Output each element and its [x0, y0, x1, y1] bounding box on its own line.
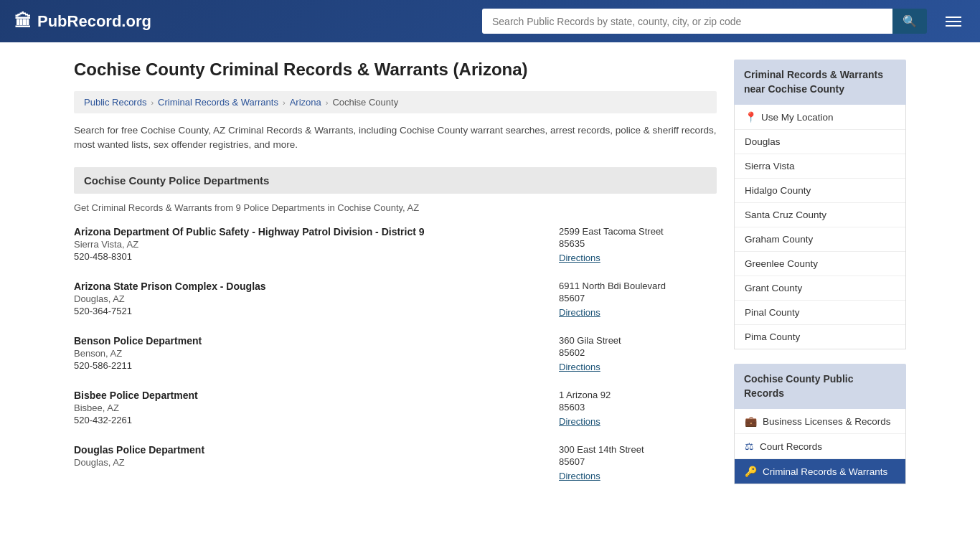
department-entry: Douglas Police Department Douglas, AZ 30… — [74, 444, 717, 484]
location-icon: 📍 — [745, 111, 757, 123]
logo-text: PubRecord.org — [37, 12, 151, 31]
sidebar-nearby-item: Grant County — [735, 276, 905, 301]
page-description: Search for free Cochise County, AZ Crimi… — [74, 123, 717, 153]
search-input[interactable] — [482, 9, 892, 34]
dept-phone: 520-458-8301 — [74, 251, 537, 262]
sidebar-nearby-item: Douglas — [735, 130, 905, 154]
header: 🏛 PubRecord.org 🔍 — [0, 0, 980, 42]
sep-3: › — [326, 98, 329, 107]
nearby-link[interactable]: Santa Cruz County — [735, 203, 905, 227]
dept-phone: 520-586-2211 — [74, 360, 537, 371]
menu-button[interactable] — [941, 12, 966, 31]
department-entry: Benson Police Department Benson, AZ 520-… — [74, 335, 717, 375]
sidebar-nearby-item: Sierra Vista — [735, 154, 905, 179]
breadcrumb-arizona[interactable]: Arizona — [290, 97, 321, 108]
sidebar-pubrecords-title: Cochise County Public Records — [734, 364, 906, 409]
sidebar: Criminal Records & Warrants near Cochise… — [734, 60, 906, 499]
menu-bar-3 — [946, 25, 961, 27]
dept-name: Benson Police Department — [74, 335, 537, 347]
directions-link[interactable]: Directions — [559, 416, 600, 427]
pubrecords-icon: 🔑 — [745, 466, 757, 477]
dept-zip: 85607 — [559, 293, 717, 303]
search-container: 🔍 — [482, 9, 927, 34]
sep-2: › — [283, 98, 286, 107]
search-button[interactable]: 🔍 — [892, 9, 927, 34]
pubrecords-icon: ⚖ — [745, 441, 754, 452]
sidebar-nearby-item: Graham County — [735, 227, 905, 252]
page-title: Cochise County Criminal Records & Warran… — [74, 60, 717, 80]
sidebar-item-use-my-location: 📍Use My Location — [735, 105, 905, 130]
nearby-link[interactable]: Greenlee County — [735, 252, 905, 276]
content-area: Cochise County Criminal Records & Warran… — [74, 60, 717, 499]
sidebar-nearby-item: Pinal County — [735, 301, 905, 325]
directions-link[interactable]: Directions — [559, 307, 600, 318]
use-my-location-link[interactable]: 📍Use My Location — [735, 105, 905, 129]
dept-address: 300 East 14th Street — [559, 444, 717, 455]
dept-address: 6911 North Bdi Boulevard — [559, 281, 717, 291]
section-header: Cochise County Police Departments — [74, 167, 717, 194]
dept-phone: 520-432-2261 — [74, 415, 537, 425]
dept-city: Bisbee, AZ — [74, 402, 537, 413]
sidebar-nearby-list: 📍Use My LocationDouglasSierra VistaHidal… — [734, 105, 906, 349]
departments-list: Arizona Department Of Public Safety - Hi… — [74, 226, 717, 484]
pubrecords-icon: 💼 — [745, 415, 757, 427]
dept-city: Douglas, AZ — [74, 293, 537, 304]
nearby-link[interactable]: Graham County — [735, 227, 905, 251]
nearby-link[interactable]: Pinal County — [735, 301, 905, 324]
section-subtitle: Get Criminal Records & Warrants from 9 P… — [74, 202, 717, 213]
logo[interactable]: 🏛 PubRecord.org — [14, 11, 151, 32]
breadcrumb-public-records[interactable]: Public Records — [84, 97, 146, 108]
logo-icon: 🏛 — [14, 11, 32, 32]
sidebar-nearby-item: Santa Cruz County — [735, 203, 905, 227]
pubrecords-link[interactable]: ⚖Court Records — [735, 434, 905, 459]
dept-name: Arizona State Prison Complex - Douglas — [74, 281, 537, 292]
sidebar-nearby-title: Criminal Records & Warrants near Cochise… — [734, 60, 906, 105]
nearby-link[interactable]: Pima County — [735, 325, 905, 349]
breadcrumb-criminal-records[interactable]: Criminal Records & Warrants — [158, 97, 278, 108]
sidebar-pubrecords-list: 💼Business Licenses & Records⚖Court Recor… — [734, 409, 906, 484]
sidebar-nearby-item: Greenlee County — [735, 252, 905, 276]
department-entry: Arizona Department Of Public Safety - Hi… — [74, 226, 717, 266]
dept-city: Sierra Vista, AZ — [74, 239, 537, 250]
dept-city: Benson, AZ — [74, 348, 537, 359]
dept-address: 360 Gila Street — [559, 335, 717, 346]
breadcrumb: Public Records › Criminal Records & Warr… — [74, 91, 717, 113]
nearby-link[interactable]: Sierra Vista — [735, 154, 905, 178]
menu-bar-2 — [946, 21, 961, 22]
sep-1: › — [151, 98, 154, 107]
department-entry: Bisbee Police Department Bisbee, AZ 520-… — [74, 390, 717, 430]
dept-zip: 85602 — [559, 347, 717, 358]
dept-zip: 85607 — [559, 456, 717, 467]
sidebar-nearby-item: Hidalgo County — [735, 179, 905, 203]
pubrecords-link[interactable]: 🔑Criminal Records & Warrants — [735, 459, 905, 484]
dept-name: Douglas Police Department — [74, 444, 537, 456]
directions-link[interactable]: Directions — [559, 362, 600, 372]
dept-address: 1 Arizona 92 — [559, 390, 717, 400]
nearby-link[interactable]: Hidalgo County — [735, 179, 905, 202]
dept-address: 2599 East Tacoma Street — [559, 226, 717, 237]
pubrecords-link[interactable]: 💼Business Licenses & Records — [735, 409, 905, 434]
department-entry: Arizona State Prison Complex - Douglas D… — [74, 281, 717, 321]
nearby-link[interactable]: Douglas — [735, 130, 905, 154]
dept-name: Bisbee Police Department — [74, 390, 537, 401]
dept-name: Arizona Department Of Public Safety - Hi… — [74, 226, 537, 237]
directions-link[interactable]: Directions — [559, 253, 600, 263]
menu-bar-1 — [946, 17, 961, 18]
dept-zip: 85635 — [559, 238, 717, 249]
main-container: Cochise County Criminal Records & Warran… — [60, 42, 920, 516]
dept-zip: 85603 — [559, 402, 717, 413]
dept-phone: 520-364-7521 — [74, 306, 537, 316]
nearby-link[interactable]: Grant County — [735, 276, 905, 300]
dept-city: Douglas, AZ — [74, 457, 537, 468]
sidebar-nearby-item: Pima County — [735, 325, 905, 349]
directions-link[interactable]: Directions — [559, 471, 600, 481]
breadcrumb-cochise: Cochise County — [332, 97, 398, 108]
